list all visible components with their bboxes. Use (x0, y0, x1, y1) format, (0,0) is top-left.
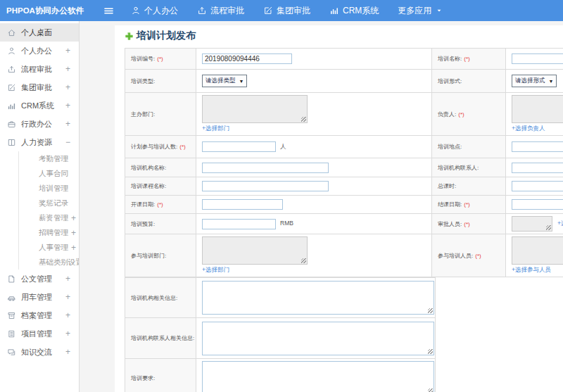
training-type-select-value: 请选择类型 (205, 77, 236, 85)
approver-picker-link[interactable]: +选择审批人员 (557, 220, 563, 227)
end-date-label: 结课日期:(*) (432, 196, 506, 214)
main-area: 培训计划发布 培训编号:(*)培训名称:(*)培训类型:请选择类型▼培训形式:请… (80, 21, 563, 392)
sidebar-item-label: 人力资源 (21, 137, 52, 148)
sidebar-subitem-training[interactable]: 培训管理 (19, 181, 79, 196)
expand-toggle-icon[interactable]: + (63, 310, 70, 320)
expand-toggle-icon[interactable]: + (68, 243, 76, 253)
sidebar-item-group-approval[interactable]: 集团审批+ (0, 78, 79, 96)
host-dept-picker-link[interactable]: +选择部门 (202, 125, 426, 133)
sidebar-subitem-salary[interactable]: 薪资管理+ (19, 210, 79, 225)
host-dept-cell: +选择部门 (196, 93, 432, 136)
sidebar-item-personal-desktop[interactable]: 个人桌面 (0, 23, 79, 42)
nav-item-group-approval[interactable]: 集团审批 (263, 5, 310, 17)
expand-toggle-icon[interactable]: + (63, 82, 70, 92)
form-row: 培训类型:请选择类型▼培训形式:请选择形式▼ (125, 70, 563, 93)
org-name-input[interactable] (202, 163, 329, 173)
participants-textarea[interactable] (512, 236, 563, 265)
nav-item-more-apps[interactable]: 更多应用 (398, 5, 443, 17)
expand-toggle-icon[interactable]: + (63, 46, 70, 56)
course-name-input[interactable] (202, 181, 329, 191)
sidebar-item-label: 档案管理 (21, 310, 52, 321)
budget-cell: RMB (196, 214, 432, 234)
training-form-select-value: 请选择形式 (515, 77, 545, 85)
select-arrow-icon: ▼ (549, 79, 554, 84)
org-contact-info-textarea[interactable] (202, 322, 434, 355)
expand-toggle-icon[interactable]: + (63, 292, 70, 302)
sidebar-item-personal-office[interactable]: 个人办公+ (0, 42, 79, 60)
menu-toggle-icon[interactable] (103, 6, 114, 16)
project-icon (7, 329, 16, 339)
total-hours-input[interactable] (512, 181, 563, 191)
org-contact-input[interactable] (512, 163, 563, 173)
sidebar-item-archive-mgmt[interactable]: 档案管理+ (0, 306, 79, 324)
nav-item-crm-system[interactable]: CRM系统 (329, 5, 379, 17)
sidebar-item-vehicle-mgmt[interactable]: 用车管理+ (0, 288, 79, 306)
sidebar-subitem-personnel[interactable]: 人事管理+ (19, 240, 79, 255)
training-requirements-textarea-wrap (202, 361, 434, 392)
required-mark: (*) (464, 56, 469, 62)
leader-picker-link[interactable]: +选择负责人 (512, 125, 563, 133)
sidebar-item-label: 个人办公 (21, 46, 52, 56)
archive-icon (7, 311, 16, 320)
user-icon (131, 6, 141, 15)
training-type-select[interactable]: 请选择类型▼ (202, 75, 247, 87)
nav-item-flow-approval[interactable]: 流程审批 (197, 5, 244, 17)
expand-toggle-icon[interactable]: + (63, 101, 70, 110)
participate-depts-picker-link[interactable]: +选择部门 (202, 266, 426, 274)
sidebar-subitem-label: 人事合同 (39, 169, 68, 179)
sidebar-item-knowledge[interactable]: 知识交流+ (0, 343, 79, 361)
expand-toggle-icon[interactable]: + (63, 119, 70, 129)
sidebar-subitem-recruit[interactable]: 招聘管理+ (19, 225, 79, 240)
sidebar-item-label: 集团审批 (21, 82, 52, 93)
sidebar-item-label: 公文管理 (21, 274, 52, 284)
org-contact-info-textarea-wrap (202, 322, 434, 355)
training-no-label: 培训编号:(*) (125, 49, 196, 70)
expand-toggle-icon[interactable]: + (63, 274, 70, 284)
required-mark: (*) (157, 56, 163, 62)
sidebar-subitem-reward-record[interactable]: 奖惩记录 (19, 196, 79, 210)
host-dept-textarea[interactable] (202, 95, 308, 123)
sidebar-item-hr[interactable]: 人力资源− (0, 133, 79, 151)
chart-icon (7, 101, 16, 110)
org-info-textarea[interactable] (202, 281, 434, 315)
approver-textarea[interactable] (512, 216, 552, 232)
nav-item-label: 集团审批 (277, 5, 310, 17)
course-name-cell (196, 177, 432, 196)
sidebar-item-admin-office[interactable]: 行政办公+ (0, 115, 79, 133)
training-form-select[interactable]: 请选择形式▼ (512, 75, 557, 87)
leader-cell: +选择负责人 (506, 93, 563, 136)
leader-label: 负责人:(*) (432, 93, 506, 136)
expand-toggle-icon[interactable]: + (63, 347, 70, 357)
end-date-input[interactable] (512, 199, 563, 210)
planned-participants-cell: 人 (196, 136, 432, 158)
sidebar-subitem-hr-contract[interactable]: 人事合同 (19, 166, 79, 181)
expand-toggle-icon[interactable]: − (63, 137, 70, 147)
budget-input[interactable] (202, 219, 276, 229)
planned-participants-unit: 人 (280, 143, 286, 150)
sidebar-item-crm-system[interactable]: CRM系统+ (0, 96, 79, 115)
expand-toggle-icon[interactable]: + (63, 329, 70, 339)
expand-toggle-icon[interactable]: + (63, 64, 70, 74)
training-place-input[interactable] (512, 141, 563, 152)
sidebar-item-document-mgmt[interactable]: 公文管理+ (0, 270, 79, 288)
expand-toggle-icon[interactable]: + (68, 228, 76, 238)
nav-item-label: 更多应用 (398, 5, 431, 17)
org-contact-info-cell (196, 318, 436, 359)
sidebar-subitem-label: 薪资管理 (39, 213, 68, 223)
doc-icon (7, 274, 16, 284)
required-mark: (*) (464, 201, 469, 208)
training-requirements-textarea[interactable] (202, 361, 434, 392)
sidebar-item-project-mgmt[interactable]: 项目管理+ (0, 324, 79, 343)
sidebar-item-flow-approval[interactable]: 流程审批+ (0, 60, 79, 78)
planned-participants-input[interactable] (202, 141, 276, 152)
leader-textarea[interactable] (512, 95, 563, 123)
participants-picker-link[interactable]: +选择参与人员 (512, 266, 563, 274)
nav-item-personal-office[interactable]: 个人办公 (131, 5, 178, 17)
expand-toggle-icon[interactable]: + (68, 213, 76, 223)
training-no-input[interactable] (202, 53, 292, 64)
start-date-input[interactable] (202, 199, 283, 210)
sidebar-subitem-base-category[interactable]: 基础类别设置+ (19, 255, 79, 270)
sidebar-subitem-attendance[interactable]: 考勤管理 (19, 151, 79, 166)
training-name-input[interactable] (512, 53, 563, 64)
participate-depts-textarea[interactable] (202, 236, 308, 265)
